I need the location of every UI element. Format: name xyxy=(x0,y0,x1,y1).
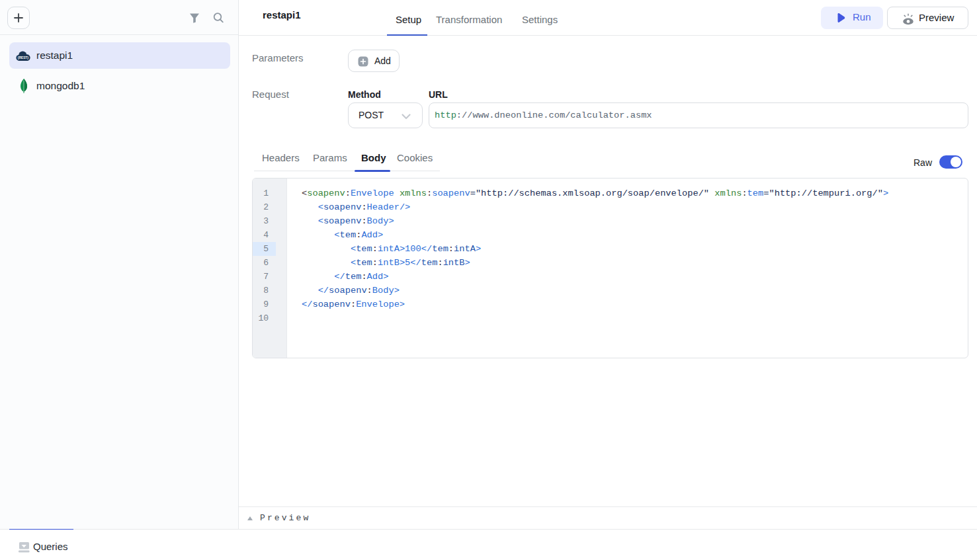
svg-text:{REST}: {REST} xyxy=(18,56,28,60)
